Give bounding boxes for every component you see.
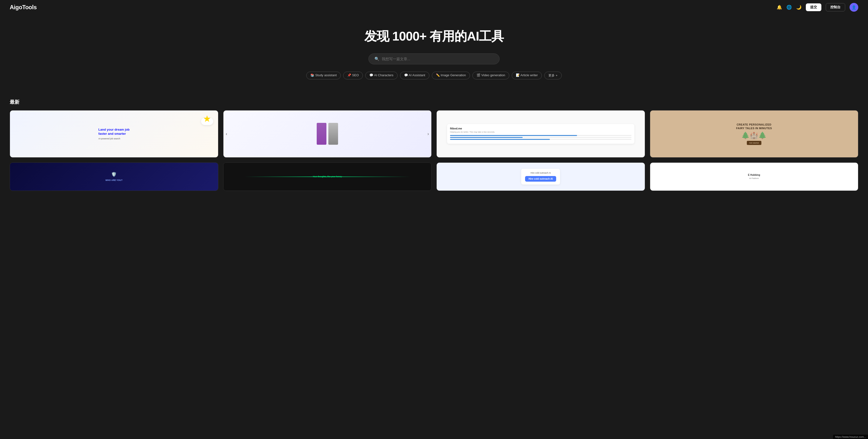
avatar[interactable]: 👤 — [849, 3, 858, 12]
tags-container: 📚 Study assistant 📌 SEO 💬 AI Characters … — [5, 72, 863, 80]
fitbod-logo-text: fitbod.me — [450, 127, 631, 130]
hero-section: 发现 1000+ 有用的AI工具 🔍 📚 Study assistant 📌 S… — [0, 14, 868, 99]
card-outfit-thumb: ‹ › — [223, 111, 432, 157]
card-row2-4-thumb-sub: AI Platform — [748, 177, 760, 180]
search-icon: 🔍 — [374, 57, 379, 61]
card-wizfairy-body: WizFairy ↗ WizFairy is an innovative pla… — [650, 157, 858, 158]
hire-inner: Hire cold outreach AI Hire cold outreach… — [521, 169, 560, 185]
tag-video-gen[interactable]: 🎬 Video generation — [472, 72, 509, 80]
card-wizfairy-thumb: CREATE PERSONALIZEDFAIRY TALES IN MINUTE… — [650, 111, 858, 157]
card-ribbon-thumb: Land your dream jobfaster and smarter AI… — [10, 111, 218, 157]
wizfairy-headline: CREATE PERSONALIZEDFAIRY TALES IN MINUTE… — [736, 123, 772, 130]
tag-seo[interactable]: 📌 SEO — [343, 72, 363, 80]
card-row2-4-thumb: E Hubbing AI Platform — [650, 163, 858, 191]
card-row2-1[interactable]: 🛡️ WHO ARE YOU? — [10, 162, 218, 191]
fitbod-bar-fill-3 — [450, 139, 550, 140]
card-wizfairy[interactable]: CREATE PERSONALIZEDFAIRY TALES IN MINUTE… — [650, 110, 859, 158]
card-hire[interactable]: Hire cold outreach AI Hire cold outreach… — [436, 162, 645, 191]
ribbon-headline: Land your dream jobfaster and smarter — [98, 128, 130, 136]
fitbod-bar-1 — [450, 135, 631, 136]
card-grid-row2: 🛡️ WHO ARE YOU? Your thoughts, like your… — [10, 162, 858, 191]
wizfairy-trees: 🌲🏰🌲 — [736, 131, 772, 139]
tag-ai-characters[interactable]: 💬 AI Characters — [365, 72, 397, 80]
card-row2-4-thumb-inner: E Hubbing AI Platform — [746, 171, 763, 182]
outfit-figure-1 — [317, 123, 327, 145]
card-hire-thumb: Hire cold outreach AI Hire cold outreach… — [437, 163, 645, 191]
tag-more[interactable]: 更多 + — [544, 72, 561, 80]
url-bar: https://www.houzuz.com... — [833, 435, 868, 439]
card-fitbod[interactable]: fitbod.me Helping you do better. This ma… — [436, 110, 645, 158]
card-row2-2-thumb-text: Your thoughts, like your honey — [313, 175, 342, 178]
card-row2-1-thumb-text: 🛡️ WHO ARE YOU? — [103, 169, 125, 184]
fitbod-inner: fitbod.me Helping you do better. This ma… — [447, 124, 634, 144]
globe-icon[interactable]: 🌐 — [786, 5, 792, 10]
console-button[interactable]: 控制台 — [826, 3, 845, 11]
card-outfit-body: Outfit Anyone AI ↗ Outfit Anyone AI is a… — [223, 157, 432, 158]
outfit-prev-arrow[interactable]: ‹ — [226, 131, 227, 136]
search-bar-wrapper: 🔍 — [5, 54, 863, 64]
nav-right: 🔔 🌐 🌙 提交 控制台 👤 — [777, 3, 858, 12]
hire-btn[interactable]: Hire cold outreach AI — [525, 176, 556, 182]
logo[interactable]: AigoTools — [10, 4, 37, 11]
wizfairy-text-overlay: CREATE PERSONALIZEDFAIRY TALES IN MINUTE… — [736, 123, 772, 145]
wizfairy-cta-button[interactable]: Get started — [747, 141, 762, 145]
ribbon-sub: AI-powered job search — [98, 137, 130, 140]
ribbon-shape — [201, 118, 213, 125]
card-row2-4-thumb-title: E Hubbing — [748, 174, 760, 176]
hero-title: 发现 1000+ 有用的AI工具 — [5, 29, 863, 44]
card-fitbod-thumb: fitbod.me Helping you do better. This ma… — [437, 111, 645, 157]
card-row2-4[interactable]: E Hubbing AI Platform — [650, 162, 859, 191]
card-fitbod-body: Fitbod ↗ Fitbod is an AI-powered workout… — [437, 157, 645, 158]
card-row2-2[interactable]: Your thoughts, like your honey — [223, 162, 432, 191]
card-row2-1-thumb: 🛡️ WHO ARE YOU? — [10, 163, 218, 191]
tag-image-gen[interactable]: ✏️ Image Generation — [432, 72, 470, 80]
submit-button[interactable]: 提交 — [806, 3, 822, 11]
card-grid-row1: Land your dream jobfaster and smarter AI… — [10, 110, 858, 158]
tag-study[interactable]: 📚 Study assistant — [306, 72, 341, 80]
bell-icon[interactable]: 🔔 — [777, 5, 782, 10]
fitbod-bar-fill-1 — [450, 135, 577, 136]
latest-section: 最新 Land your dream jobfaster and smarter… — [0, 99, 868, 200]
tag-ai-assistant[interactable]: 💬 AI Assistant — [400, 72, 429, 80]
outfit-figure-2 — [328, 123, 338, 145]
search-bar: 🔍 — [368, 54, 500, 64]
ribbon-thumb-content: Land your dream jobfaster and smarter AI… — [93, 123, 134, 145]
section-title-latest: 最新 — [10, 99, 858, 105]
fitbod-sub-text: Helping you do better. This may take a f… — [450, 131, 631, 133]
search-input[interactable] — [382, 57, 494, 61]
hire-text-sm: Hire cold outreach AI — [525, 172, 556, 174]
fitbod-bar-2 — [450, 137, 631, 138]
fitbod-bar-fill-2 — [450, 137, 523, 138]
navbar: AigoTools 🔔 🌐 🌙 提交 控制台 👤 — [0, 0, 868, 14]
card-ribbon-body: Ribbon ↗ Ribbon is an AI-powered job sea… — [10, 157, 218, 158]
card-ribbon[interactable]: Land your dream jobfaster and smarter AI… — [10, 110, 218, 158]
card-outfit[interactable]: ‹ › Outfit Anyone AI ↗ Outfit Anyone AI … — [223, 110, 432, 158]
outfit-next-arrow[interactable]: › — [428, 131, 429, 136]
outfit-figures — [316, 123, 339, 145]
tag-article-writer[interactable]: 📝 Article writer — [512, 72, 542, 80]
fitbod-bar-3 — [450, 139, 631, 140]
card-row2-2-thumb: Your thoughts, like your honey — [223, 163, 432, 191]
moon-icon[interactable]: 🌙 — [796, 5, 802, 10]
